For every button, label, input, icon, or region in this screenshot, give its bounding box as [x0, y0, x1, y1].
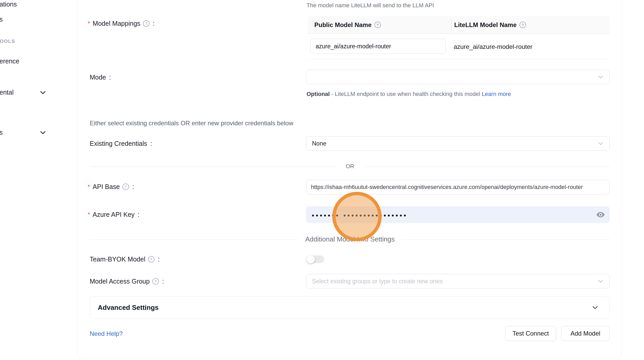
sidebar-item[interactable]: s [0, 16, 3, 23]
sidebar-item-organizations[interactable]: ations [0, 1, 17, 8]
public-model-name-input[interactable] [310, 39, 446, 54]
or-divider-line-right [363, 167, 610, 167]
add-model-button[interactable]: Add Model [561, 326, 610, 341]
litellm-model-name-note: The model name LiteLLM will send to the … [307, 2, 434, 9]
colon: : [153, 20, 155, 27]
svg-text:?: ? [154, 279, 157, 284]
existing-credentials-label: Existing Credentials : [90, 140, 152, 147]
sidebar: ations s TOOLS erence ental s [0, 0, 77, 360]
svg-text:?: ? [376, 23, 379, 27]
chevron-down-icon [39, 89, 47, 96]
help-icon[interactable]: ? [148, 256, 155, 263]
help-icon[interactable]: ? [519, 21, 526, 28]
chevron-down-icon [597, 140, 604, 147]
add-model-page: ations s TOOLS erence ental s The model … [0, 0, 644, 360]
or-divider-text: OR [346, 163, 354, 170]
model-mappings-row: azure_ai/azure-model-router [308, 34, 610, 60]
model-mappings-table: Public Model Name ? LiteLLM Model Name ?… [308, 16, 610, 60]
learn-more-link[interactable]: Learn more [482, 91, 511, 97]
azure-api-key-input[interactable]: ••••••• •••••••••••••••• [306, 206, 610, 223]
chevron-down-icon [597, 73, 604, 81]
team-byok-toggle[interactable] [307, 256, 324, 263]
sidebar-item-experimental[interactable]: ental [0, 89, 14, 96]
model-access-group-label: Model Access Group ? : [90, 278, 164, 285]
chevron-down-icon [591, 304, 599, 311]
sidebar-item-inference[interactable]: erence [0, 57, 19, 65]
azure-api-key-label: * Azure API Key : [88, 211, 140, 218]
colon: : [150, 140, 152, 147]
column-public-model-name: Public Model Name ? [308, 21, 451, 29]
or-divider-line-left [90, 167, 336, 167]
help-icon[interactable]: ? [152, 278, 159, 285]
svg-text:?: ? [125, 185, 127, 189]
mode-label: Mode : [90, 74, 111, 81]
sidebar-section-label: TOOLS [0, 38, 15, 44]
advanced-settings-label: Advanced Settings [98, 304, 159, 312]
colon: : [162, 278, 164, 285]
required-mark: * [88, 20, 90, 27]
colon: : [138, 211, 140, 218]
sidebar-item-label: ations [0, 1, 17, 8]
sidebar-item-label: erence [0, 57, 19, 65]
credentials-note: Either select existing credentials OR en… [90, 120, 293, 127]
model-mappings-label: * Model Mappings ? : [88, 20, 155, 27]
masked-api-key: ••••••• •••••••••••••••• [312, 211, 408, 219]
eye-icon-glyph [596, 210, 605, 219]
help-icon[interactable]: ? [374, 21, 381, 28]
api-base-label: * API Base ? : [88, 183, 134, 191]
model-access-group-select[interactable]: Select existing groups or type to create… [306, 274, 610, 289]
existing-credentials-select[interactable]: None [306, 136, 610, 151]
need-help-link[interactable]: Need Help? [90, 330, 123, 337]
colon: : [109, 74, 111, 81]
api-base-input[interactable] [306, 180, 610, 194]
column-divider [451, 19, 452, 30]
section-divider-line-right [402, 239, 610, 240]
model-mappings-header: Public Model Name ? LiteLLM Model Name ? [308, 16, 610, 34]
svg-text:?: ? [522, 23, 524, 27]
svg-text:?: ? [145, 21, 147, 26]
chevron-down-icon [597, 278, 604, 285]
mode-select[interactable] [306, 70, 610, 84]
existing-credentials-value: None [312, 140, 326, 147]
help-icon[interactable]: ? [122, 183, 129, 190]
required-mark: * [88, 211, 90, 218]
column-litellm-model-name: LiteLLM Model Name ? [451, 21, 526, 29]
help-icon[interactable]: ? [143, 20, 150, 27]
sidebar-section-tools: TOOLS [0, 38, 15, 44]
required-mark: * [88, 183, 90, 191]
colon: : [158, 256, 160, 263]
litellm-model-name-value: azure_ai/azure-model-router [454, 34, 532, 60]
sidebar-item-settings[interactable]: s [0, 129, 3, 136]
colon: : [132, 183, 134, 191]
mode-help-text: Optional - LiteLLM endpoint to use when … [307, 89, 526, 99]
team-byok-label: Team-BYOK Model ? : [90, 256, 160, 263]
model-access-group-placeholder: Select existing groups or type to create… [312, 278, 443, 285]
toggle-knob [307, 255, 315, 263]
test-connect-button[interactable]: Test Connect [505, 326, 556, 341]
section-divider-title: Additional Model Info Settings [305, 235, 395, 243]
sidebar-item-label: ental [0, 89, 14, 96]
eye-icon[interactable] [596, 210, 606, 220]
svg-text:?: ? [150, 257, 152, 261]
section-divider-line-left [90, 239, 298, 240]
sidebar-item-label: s [0, 16, 3, 23]
sidebar-item-label: s [0, 129, 3, 136]
chevron-down-icon [39, 129, 47, 136]
advanced-settings-toggle[interactable]: Advanced Settings [90, 296, 610, 319]
